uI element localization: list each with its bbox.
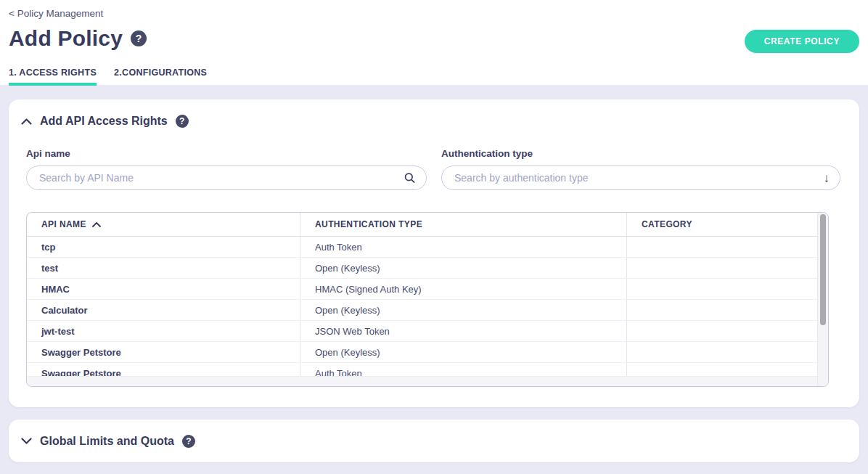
column-header-auth-type[interactable]: AUTHENTICATION TYPE xyxy=(300,213,626,236)
api-table: API NAME AUTHENTICATION TYPE CATEGORY tc… xyxy=(26,212,829,387)
access-rights-section-toggle[interactable]: Add API Access Rights ? xyxy=(21,115,189,128)
auth-type-search-input[interactable] xyxy=(441,166,840,190)
breadcrumb[interactable]: < Policy Management xyxy=(9,8,103,19)
global-limits-card: Global Limits and Quota ? xyxy=(9,420,859,462)
table-row[interactable]: tcp Auth Token xyxy=(27,237,828,258)
api-name-search-input[interactable] xyxy=(26,166,427,190)
column-header-category[interactable]: CATEGORY xyxy=(626,213,818,236)
auth-type-search-wrap: ↓ xyxy=(441,166,840,190)
help-icon[interactable]: ? xyxy=(182,435,195,448)
sort-asc-icon[interactable] xyxy=(92,222,101,227)
title-row: Add Policy ? xyxy=(9,26,147,51)
help-icon[interactable]: ? xyxy=(176,115,189,128)
create-policy-button[interactable]: CREATE POLICY xyxy=(745,30,859,53)
horizontal-scrollbar[interactable] xyxy=(27,376,817,386)
section-title: Add API Access Rights xyxy=(40,115,168,128)
table-row[interactable]: Swagger Petstore Open (Keyless) xyxy=(27,342,828,363)
search-icon[interactable] xyxy=(404,172,416,184)
scrollbar-thumb[interactable] xyxy=(820,214,826,325)
section-title: Global Limits and Quota xyxy=(40,435,174,448)
tab-access-rights[interactable]: 1. ACCESS RIGHTS xyxy=(9,68,97,86)
api-name-search-wrap xyxy=(26,166,427,190)
tab-configurations[interactable]: 2.CONFIGURATIONS xyxy=(114,68,207,86)
arrow-down-icon[interactable]: ↓ xyxy=(824,172,830,184)
column-header-api-name[interactable]: API NAME xyxy=(27,213,300,236)
access-rights-card: Add API Access Rights ? Api name Authent… xyxy=(9,99,859,407)
table-row[interactable]: jwt-test JSON Web Token xyxy=(27,321,828,342)
chevron-down-icon xyxy=(21,438,32,444)
page-title: Add Policy xyxy=(9,26,123,51)
api-name-label: Api name xyxy=(26,148,70,159)
chevron-up-icon xyxy=(21,118,32,125)
tab-bar: 1. ACCESS RIGHTS 2.CONFIGURATIONS xyxy=(9,68,207,86)
api-table-header: API NAME AUTHENTICATION TYPE CATEGORY xyxy=(27,213,828,237)
help-icon[interactable]: ? xyxy=(131,30,147,46)
table-row[interactable]: HMAC HMAC (Signed Auth Key) xyxy=(27,279,828,300)
auth-type-label: Authentication type xyxy=(441,148,533,159)
vertical-scrollbar[interactable] xyxy=(817,213,828,386)
global-limits-section-toggle[interactable]: Global Limits and Quota ? xyxy=(21,420,195,462)
table-row[interactable]: Calculator Open (Keyless) xyxy=(27,300,828,321)
table-row[interactable]: test Open (Keyless) xyxy=(27,258,828,279)
